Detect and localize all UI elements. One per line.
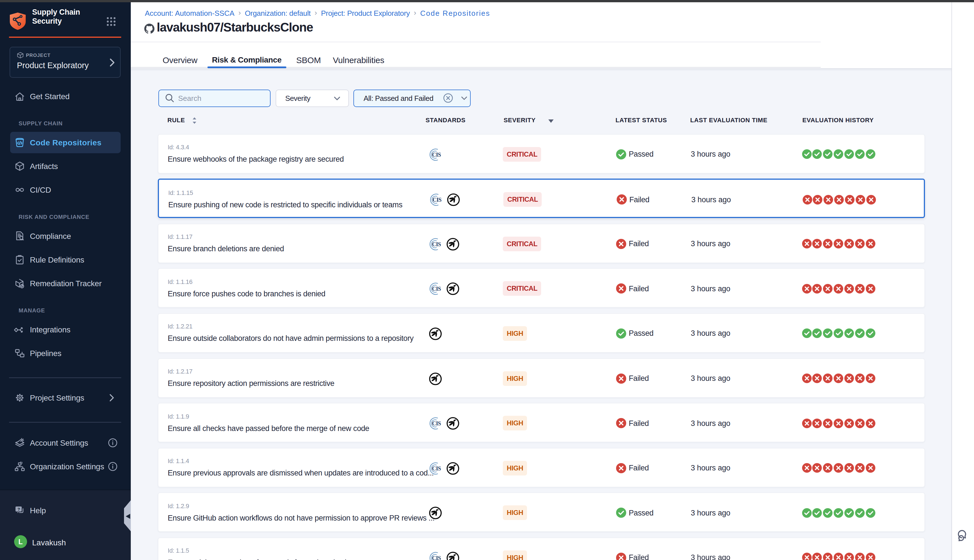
svg-text:CIS: CIS	[432, 286, 441, 292]
svg-text:CIS: CIS	[432, 465, 441, 472]
svg-text:CIS: CIS	[432, 555, 441, 560]
svg-text:CIS: CIS	[433, 197, 442, 203]
svg-text:CIS: CIS	[432, 420, 441, 427]
svg-text:?: ?	[17, 507, 20, 511]
svg-text:CIS: CIS	[432, 241, 441, 247]
svg-text:CIS: CIS	[432, 151, 441, 157]
